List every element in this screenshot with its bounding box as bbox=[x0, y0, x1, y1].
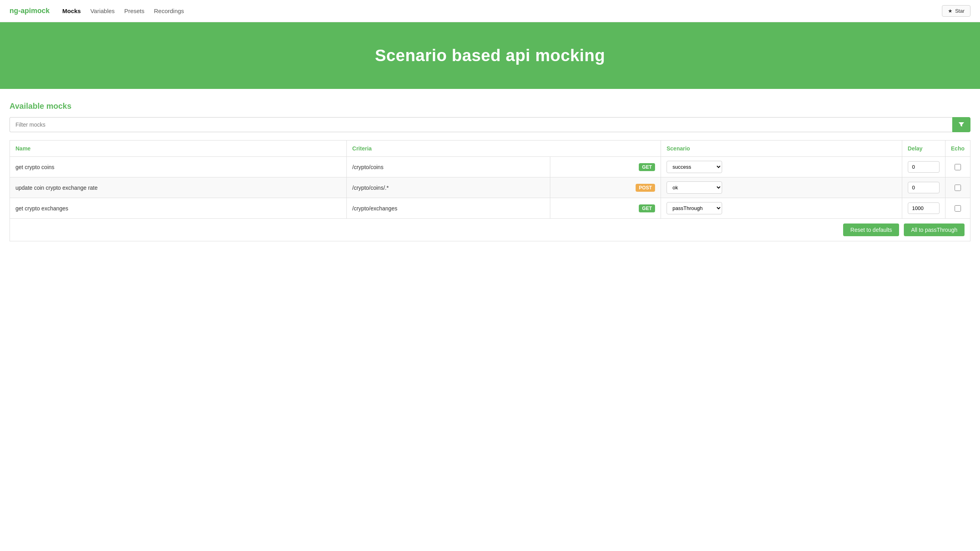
main-content: Available mocks Name Criteria Scenario D… bbox=[0, 89, 980, 254]
scenario-select[interactable]: successerrorpassThrough bbox=[667, 161, 722, 173]
delay-input[interactable] bbox=[908, 182, 940, 193]
mocks-table: Name Criteria Scenario Delay Echo get cr… bbox=[10, 140, 970, 241]
all-passthrough-button[interactable]: All to passThrough bbox=[904, 223, 965, 236]
delay-input[interactable] bbox=[908, 161, 940, 173]
star-button[interactable]: ★ Star bbox=[942, 5, 970, 17]
table-row: update coin crypto exchange rate /crypto… bbox=[10, 177, 970, 198]
footer-actions-cell: Reset to defaults All to passThrough bbox=[10, 219, 970, 241]
section-title: Available mocks bbox=[10, 102, 970, 111]
col-header-scenario: Scenario bbox=[661, 141, 902, 157]
col-header-criteria: Criteria bbox=[346, 141, 661, 157]
scenario-select[interactable]: successerrorpassThrough bbox=[667, 202, 722, 214]
method-badge: GET bbox=[639, 163, 655, 171]
nav-link-recordings[interactable]: Recordings bbox=[154, 6, 184, 16]
filter-button[interactable] bbox=[952, 117, 970, 132]
method-badge: GET bbox=[639, 204, 655, 212]
cell-scenario: successerrorpassThrough bbox=[661, 198, 902, 219]
cell-criteria: /crypto/coins/.* bbox=[346, 177, 550, 198]
filter-input[interactable] bbox=[10, 117, 952, 132]
hero-banner: Scenario based api mocking bbox=[0, 22, 980, 89]
nav-link-mocks[interactable]: Mocks bbox=[62, 6, 81, 16]
col-header-delay: Delay bbox=[902, 141, 945, 157]
echo-checkbox[interactable] bbox=[955, 205, 961, 212]
col-header-echo: Echo bbox=[945, 141, 970, 157]
navbar: ng-apimock Mocks Variables Presets Recor… bbox=[0, 0, 980, 22]
cell-echo bbox=[945, 198, 970, 219]
filter-row bbox=[10, 117, 970, 132]
table-header-row: Name Criteria Scenario Delay Echo bbox=[10, 141, 970, 157]
cell-criteria: /crypto/coins bbox=[346, 157, 550, 177]
cell-scenario: okerrorpassThrough bbox=[661, 177, 902, 198]
nav-link-presets[interactable]: Presets bbox=[124, 6, 144, 16]
cell-name: get crypto exchanges bbox=[10, 198, 347, 219]
cell-scenario: successerrorpassThrough bbox=[661, 157, 902, 177]
cell-name: get crypto coins bbox=[10, 157, 347, 177]
filter-icon bbox=[958, 121, 965, 128]
nav-links: Mocks Variables Presets Recordings bbox=[62, 6, 942, 16]
cell-delay bbox=[902, 177, 945, 198]
cell-delay bbox=[902, 157, 945, 177]
star-icon: ★ bbox=[948, 8, 953, 14]
reset-defaults-button[interactable]: Reset to defaults bbox=[843, 223, 899, 236]
scenario-select[interactable]: okerrorpassThrough bbox=[667, 181, 722, 194]
cell-echo bbox=[945, 177, 970, 198]
cell-method: GET bbox=[550, 157, 661, 177]
cell-echo bbox=[945, 157, 970, 177]
cell-delay bbox=[902, 198, 945, 219]
col-header-name: Name bbox=[10, 141, 347, 157]
cell-criteria: /crypto/exchanges bbox=[346, 198, 550, 219]
table-footer-row: Reset to defaults All to passThrough bbox=[10, 219, 970, 241]
star-label: Star bbox=[955, 8, 965, 14]
delay-input[interactable] bbox=[908, 202, 940, 214]
hero-title: Scenario based api mocking bbox=[10, 46, 970, 65]
brand-logo[interactable]: ng-apimock bbox=[10, 7, 50, 15]
echo-checkbox[interactable] bbox=[955, 164, 961, 170]
cell-method: POST bbox=[550, 177, 661, 198]
table-row: get crypto exchanges /crypto/exchanges G… bbox=[10, 198, 970, 219]
nav-link-variables[interactable]: Variables bbox=[90, 6, 115, 16]
method-badge: POST bbox=[636, 184, 655, 192]
cell-name: update coin crypto exchange rate bbox=[10, 177, 347, 198]
cell-method: GET bbox=[550, 198, 661, 219]
echo-checkbox[interactable] bbox=[955, 185, 961, 191]
table-row: get crypto coins /crypto/coins GET succe… bbox=[10, 157, 970, 177]
